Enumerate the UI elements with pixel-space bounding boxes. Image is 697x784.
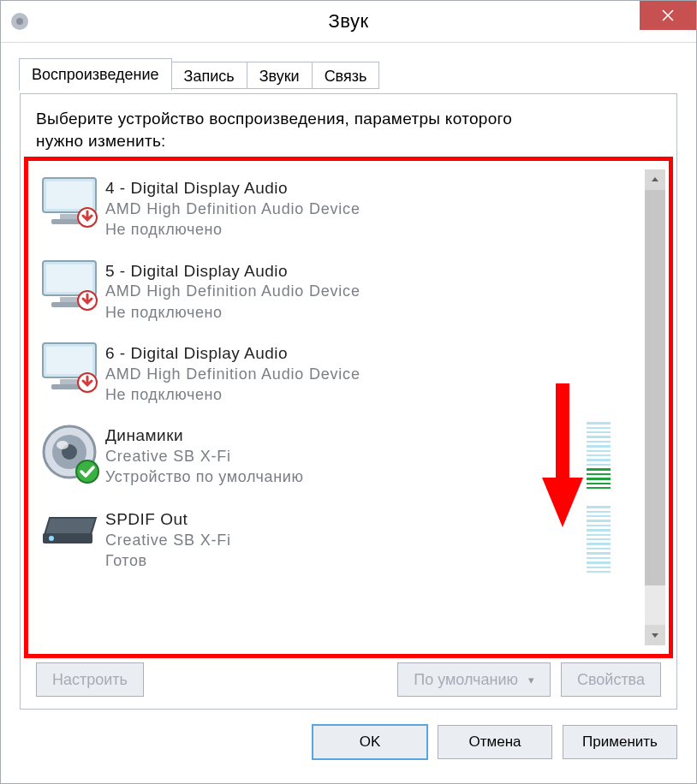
device-subtitle: AMD High Definition Audio Device: [105, 281, 643, 301]
device-buttons: Настроить По умолчанию Свойства: [36, 662, 661, 697]
device-status: Не подключено: [105, 302, 643, 323]
tab-sounds[interactable]: Звуки: [247, 62, 313, 89]
svg-rect-4: [60, 214, 79, 219]
app-icon: [9, 11, 30, 32]
device-status: Устройство по умолчанию: [105, 466, 587, 487]
annotation-highlight: 4 - Digital Display Audio AMD High Defin…: [24, 157, 673, 658]
device-title: 4 - Digital Display Audio: [105, 178, 643, 199]
configure-button[interactable]: Настроить: [36, 662, 144, 697]
device-icon: [33, 506, 105, 573]
tab-playback[interactable]: Воспроизведение: [19, 58, 172, 91]
device-status: Не подключено: [105, 219, 643, 240]
scroll-up[interactable]: [645, 169, 665, 190]
monitor-icon: [33, 258, 105, 323]
sound-dialog: Звук Воспроизведение Запись Звуки Связь …: [0, 0, 697, 784]
svg-rect-8: [46, 264, 92, 292]
speaker-icon: [33, 422, 105, 489]
svg-point-1: [16, 18, 23, 25]
device-title: 5 - Digital Display Audio: [105, 261, 643, 282]
device-list-item[interactable]: 5 - Digital Display Audio AMD High Defin…: [33, 251, 643, 333]
tab-pane-playback: Выберите устройство воспроизведения, пар…: [20, 93, 677, 710]
cancel-button[interactable]: Отмена: [438, 725, 552, 759]
device-title: 6 - Digital Display Audio: [105, 343, 643, 364]
scrollbar[interactable]: [645, 169, 665, 645]
device-subtitle: AMD High Definition Audio Device: [105, 364, 643, 384]
window-title: Звук: [328, 10, 368, 33]
ok-button[interactable]: OK: [313, 725, 427, 759]
volume-meter: [587, 422, 611, 489]
scroll-down[interactable]: [645, 625, 665, 645]
close-icon: [661, 9, 675, 22]
set-default-button[interactable]: По умолчанию: [397, 662, 551, 697]
svg-rect-3: [46, 181, 92, 209]
titlebar[interactable]: Звук: [1, 1, 696, 43]
svg-rect-14: [60, 379, 79, 384]
properties-button[interactable]: Свойства: [561, 662, 661, 697]
device-list-item[interactable]: 4 - Digital Display Audio AMD High Defin…: [33, 168, 643, 250]
svg-rect-13: [46, 347, 92, 374]
tab-communications[interactable]: Связь: [312, 62, 380, 89]
device-subtitle: AMD High Definition Audio Device: [105, 199, 643, 219]
device-status: Готов: [105, 550, 587, 571]
volume-meter: [587, 506, 611, 573]
dialog-buttons: OK Отмена Применить: [1, 710, 696, 775]
annotation-arrow: [542, 383, 583, 529]
device-subtitle: Creative SB X-Fi: [105, 530, 587, 550]
close-button[interactable]: [640, 1, 696, 30]
monitor-icon: [33, 340, 105, 405]
dialog-body: Воспроизведение Запись Звуки Связь Выбер…: [1, 43, 696, 710]
device-subtitle: Creative SB X-Fi: [105, 446, 587, 466]
instruction-text: Выберите устройство воспроизведения, пар…: [36, 108, 661, 151]
tabstrip: Воспроизведение Запись Звуки Связь: [19, 62, 677, 94]
scroll-thumb[interactable]: [645, 190, 665, 585]
tab-recording[interactable]: Запись: [171, 62, 247, 89]
apply-button[interactable]: Применить: [563, 725, 677, 759]
monitor-icon: [33, 175, 105, 240]
svg-point-20: [57, 441, 69, 449]
svg-point-23: [49, 536, 54, 541]
svg-rect-24: [556, 383, 569, 486]
svg-rect-9: [60, 297, 79, 302]
device-title: Динамики: [105, 425, 587, 446]
svg-point-21: [76, 460, 98, 483]
device-title: SPDIF Out: [105, 509, 587, 530]
